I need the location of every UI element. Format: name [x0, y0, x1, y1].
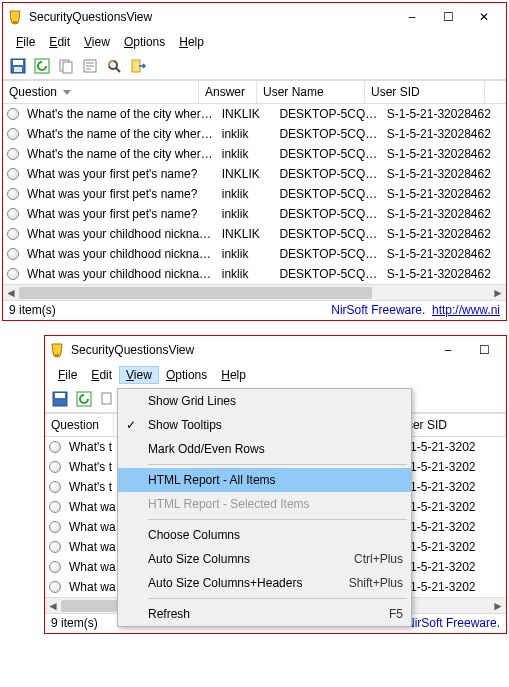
cell-answer: inklik	[218, 266, 276, 282]
scroll-right-icon[interactable]: ►	[490, 598, 506, 614]
menu-show-tooltips[interactable]: ✓Show Tooltips	[118, 413, 411, 437]
row-icon	[7, 248, 19, 260]
h-scrollbar[interactable]: ◄ ►	[3, 284, 506, 300]
menu-mark-rows[interactable]: Mark Odd/Even Rows	[118, 437, 411, 461]
minimize-button[interactable]: –	[430, 337, 466, 363]
status-brand: NirSoft Freeware. http://www.ni	[331, 303, 500, 317]
statusbar: 9 item(s) NirSoft Freeware. http://www.n…	[3, 300, 506, 320]
row-icon	[7, 268, 19, 280]
scroll-left-icon[interactable]: ◄	[45, 598, 61, 614]
save-icon[interactable]	[9, 57, 27, 75]
window-title: SecurityQuestionsView	[71, 343, 430, 357]
cell-username: DESKTOP-5CQV2…	[275, 206, 382, 222]
cell-question: What's the name of the city wher…	[23, 146, 218, 162]
brand-link[interactable]: http://www.ni	[432, 303, 500, 317]
row-icon	[49, 521, 61, 533]
col-username[interactable]: User Name	[257, 81, 365, 103]
menu-options[interactable]: Options	[117, 33, 172, 51]
svg-rect-6	[63, 62, 72, 73]
cell-usersid: S-1-5-21-32028462	[383, 146, 502, 162]
menu-help[interactable]: Help	[214, 366, 253, 384]
row-icon	[7, 208, 19, 220]
table-row[interactable]: What was your first pet's name?inklikDES…	[3, 184, 506, 204]
table-row[interactable]: What was your first pet's name?INKLIKDES…	[3, 164, 506, 184]
status-brand: NirSoft Freeware.	[406, 616, 500, 630]
menu-autosize-cols[interactable]: Auto Size ColumnsCtrl+Plus	[118, 547, 411, 571]
menu-html-selected: HTML Report - Selected Items	[118, 492, 411, 516]
col-answer[interactable]: Answer	[199, 81, 257, 103]
menu-autosize-headers[interactable]: Auto Size Columns+HeadersShift+Plus	[118, 571, 411, 595]
cell-username: DESKTOP-5CQV2…	[275, 146, 382, 162]
grid-header: Question Answer User Name User SID	[3, 80, 506, 104]
menu-separator	[148, 464, 407, 465]
cell-username: DESKTOP-5CQV2…	[275, 126, 382, 142]
svg-rect-13	[55, 393, 65, 398]
menu-choose-columns[interactable]: Choose Columns	[118, 523, 411, 547]
menu-options[interactable]: Options	[159, 366, 214, 384]
row-icon	[7, 228, 19, 240]
table-row[interactable]: What was your childhood nickna…inklikDES…	[3, 264, 506, 284]
grid-body: What's the name of the city wher…INKLIKD…	[3, 104, 506, 284]
menu-refresh[interactable]: RefreshF5	[118, 602, 411, 626]
properties-icon[interactable]	[81, 57, 99, 75]
app-window-menu-open: SecurityQuestionsView – ☐ File Edit View…	[44, 335, 507, 634]
table-row[interactable]: What's the name of the city wher…inklikD…	[3, 144, 506, 164]
cell-answer: INKLIK	[218, 166, 276, 182]
menu-view[interactable]: View	[77, 33, 117, 51]
menu-view-open[interactable]: View	[119, 366, 159, 384]
menu-edit[interactable]: Edit	[84, 366, 119, 384]
table-row[interactable]: What was your childhood nickna…INKLIKDES…	[3, 224, 506, 244]
check-icon: ✓	[126, 418, 136, 432]
view-menu-popup: Show Grid Lines ✓Show Tooltips Mark Odd/…	[117, 388, 412, 627]
col-question[interactable]: Question	[45, 414, 114, 436]
titlebar[interactable]: SecurityQuestionsView – ☐	[45, 336, 506, 364]
cell-question: What's the name of the city wher…	[23, 106, 218, 122]
cell-question: What was your childhood nickna…	[23, 266, 218, 282]
close-button[interactable]: ✕	[466, 4, 502, 30]
minimize-button[interactable]: –	[394, 4, 430, 30]
cell-username: DESKTOP-5CQV2…	[275, 166, 382, 182]
cell-question: What was your first pet's name?	[23, 186, 218, 202]
menu-html-all[interactable]: HTML Report - All Items	[118, 468, 411, 492]
svg-rect-15	[102, 393, 111, 404]
find-icon[interactable]	[105, 57, 123, 75]
refresh-icon[interactable]	[33, 57, 51, 75]
menubar: File Edit View Options Help	[3, 31, 506, 55]
menu-file[interactable]: File	[51, 366, 84, 384]
cell-username: DESKTOP-5CQV2…	[275, 186, 382, 202]
scroll-right-icon[interactable]: ►	[490, 285, 506, 301]
table-row[interactable]: What was your first pet's name?inklikDES…	[3, 204, 506, 224]
row-icon	[7, 188, 19, 200]
menu-file[interactable]: File	[9, 33, 42, 51]
table-row[interactable]: What was your childhood nickna…inklikDES…	[3, 244, 506, 264]
menu-edit[interactable]: Edit	[42, 33, 77, 51]
cell-usersid: S-1-5-21-32028462	[383, 226, 502, 242]
row-icon	[49, 461, 61, 473]
cell-usersid: S-1-5-21-32028462	[383, 246, 502, 262]
cell-usersid: S-1-5-21-32028462	[383, 206, 502, 222]
scroll-track[interactable]	[19, 285, 490, 301]
menu-show-gridlines[interactable]: Show Grid Lines	[118, 389, 411, 413]
toolbar	[3, 55, 506, 80]
save-icon[interactable]	[51, 390, 69, 408]
table-row[interactable]: What's the name of the city wher…INKLIKD…	[3, 104, 506, 124]
cell-username: DESKTOP-5CQV2…	[275, 246, 382, 262]
refresh-icon[interactable]	[75, 390, 93, 408]
col-usersid[interactable]: User SID	[365, 81, 485, 103]
scroll-left-icon[interactable]: ◄	[3, 285, 19, 301]
exit-icon[interactable]	[129, 57, 147, 75]
cell-usersid: S-1-5-21-32028462	[383, 126, 502, 142]
maximize-button[interactable]: ☐	[466, 337, 502, 363]
copy-icon[interactable]	[57, 57, 75, 75]
cell-usersid: S-1-5-21-32028462	[383, 266, 502, 282]
copy-icon[interactable]	[99, 390, 117, 408]
maximize-button[interactable]: ☐	[430, 4, 466, 30]
cell-username: DESKTOP-5CQV2…	[275, 226, 382, 242]
scroll-thumb[interactable]	[19, 287, 372, 299]
col-question[interactable]: Question	[3, 81, 199, 103]
menu-help[interactable]: Help	[172, 33, 211, 51]
titlebar[interactable]: SecurityQuestionsView – ☐ ✕	[3, 3, 506, 31]
app-icon	[49, 342, 65, 358]
table-row[interactable]: What's the name of the city wher…inklikD…	[3, 124, 506, 144]
cell-username: DESKTOP-5CQV2…	[275, 106, 382, 122]
